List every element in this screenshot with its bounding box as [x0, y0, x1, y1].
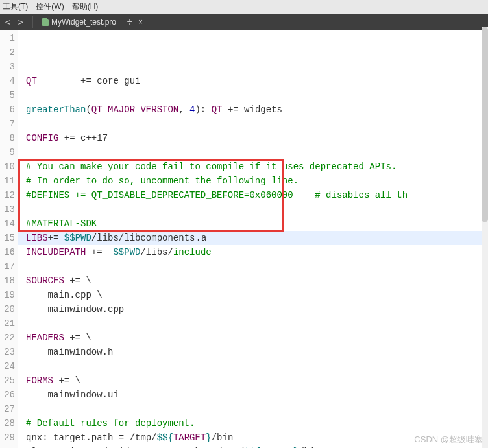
line-number: 8: [0, 131, 18, 145]
code-line[interactable]: mainwindow.cpp: [26, 302, 488, 316]
line-number: 7: [0, 117, 18, 131]
line-number: 12: [0, 188, 18, 202]
code-line[interactable]: [26, 259, 488, 274]
code-line[interactable]: [26, 359, 488, 373]
code-line[interactable]: #MATERIAL-SDK: [26, 217, 488, 231]
line-number: 10: [0, 159, 18, 174]
line-number: 9: [0, 145, 18, 159]
line-number: 2: [0, 45, 18, 60]
code-line[interactable]: INCLUDEPATH += $$PWD/libs/include: [26, 245, 488, 259]
line-number: 1: [0, 31, 18, 45]
line-number: 26: [0, 388, 18, 402]
code-editor[interactable]: 1234567891011121314151617181920212223242…: [0, 30, 488, 448]
code-line[interactable]: LIBS+= $$PWD/libs/libcomponents.a: [18, 231, 488, 245]
code-line[interactable]: QT += core gui: [26, 74, 488, 88]
line-number: 25: [0, 373, 18, 388]
code-line[interactable]: # In order to do so, uncomment the follo…: [26, 174, 488, 188]
line-number: 4: [0, 74, 18, 88]
watermark: CSDN @超级哇塞: [414, 434, 483, 445]
tab-controls: ≑ ×: [127, 18, 143, 27]
line-number: 16: [0, 245, 18, 259]
line-number: 17: [0, 259, 18, 274]
tab-filename: MyWidget_test.pro: [51, 18, 116, 27]
tab-dropdown-icon[interactable]: ≑: [127, 18, 133, 27]
line-number: 19: [0, 288, 18, 302]
code-line[interactable]: [26, 145, 488, 159]
line-number: 14: [0, 217, 18, 231]
code-line[interactable]: [26, 316, 488, 331]
separator: [32, 16, 33, 28]
line-number: 23: [0, 345, 18, 359]
line-number: 5: [0, 88, 18, 102]
code-line[interactable]: SOURCES += \: [26, 274, 488, 288]
line-number: 3: [0, 60, 18, 74]
code-line[interactable]: main.cpp \: [26, 288, 488, 302]
code-line[interactable]: [26, 88, 488, 102]
line-number: 13: [0, 202, 18, 217]
code-line[interactable]: mainwindow.h: [26, 345, 488, 359]
menubar: 工具(T) 控件(W) 帮助(H): [0, 0, 488, 14]
line-number: 15: [0, 231, 18, 245]
code-line[interactable]: greaterThan(QT_MAJOR_VERSION, 4): QT += …: [26, 102, 488, 117]
line-number: 27: [0, 402, 18, 416]
code-line[interactable]: # Default rules for deployment.: [26, 416, 488, 430]
line-number: 20: [0, 302, 18, 316]
line-number: 24: [0, 359, 18, 373]
line-number: 6: [0, 102, 18, 117]
menu-tools[interactable]: 工具(T): [3, 1, 28, 12]
tab-bar: < > MyWidget_test.pro ≑ ×: [0, 14, 488, 30]
code-line[interactable]: mainwindow.ui: [26, 388, 488, 402]
code-line[interactable]: [26, 117, 488, 131]
code-line[interactable]: # You can make your code fail to compile…: [26, 159, 488, 174]
nav-forward-icon[interactable]: >: [16, 17, 26, 27]
line-number: 22: [0, 331, 18, 345]
line-number-gutter: 1234567891011121314151617181920212223242…: [0, 30, 18, 448]
vertical-scrollbar[interactable]: [482, 27, 488, 448]
code-line[interactable]: CONFIG += c++17: [26, 131, 488, 145]
menu-controls[interactable]: 控件(W): [36, 1, 64, 12]
file-tab[interactable]: MyWidget_test.pro: [40, 16, 119, 28]
code-line[interactable]: [26, 202, 488, 217]
line-number: 11: [0, 174, 18, 188]
code-area[interactable]: QT += core guigreaterThan(QT_MAJOR_VERSI…: [18, 30, 488, 448]
line-number: 29: [0, 430, 18, 445]
text-cursor: [195, 232, 195, 242]
tab-close-icon[interactable]: ×: [138, 18, 143, 27]
code-line[interactable]: HEADERS += \: [26, 331, 488, 345]
code-line[interactable]: [26, 402, 488, 416]
nav-back-icon[interactable]: <: [3, 17, 13, 27]
code-line[interactable]: FORMS += \: [26, 373, 488, 388]
menu-help[interactable]: 帮助(H): [72, 1, 99, 12]
line-number: 21: [0, 316, 18, 331]
line-number: 28: [0, 416, 18, 430]
code-line[interactable]: #DEFINES += QT_DISABLE_DEPRECATED_BEFORE…: [26, 188, 488, 202]
line-number: 18: [0, 274, 18, 288]
file-icon: [42, 18, 49, 26]
scrollbar-thumb[interactable]: [482, 27, 488, 222]
